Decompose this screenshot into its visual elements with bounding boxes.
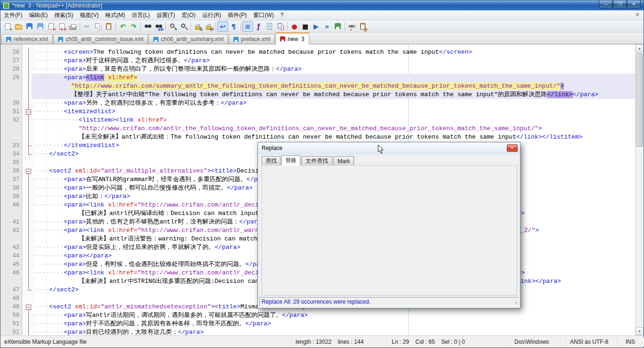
- show-all-chars-button[interactable]: ¶: [228, 21, 239, 32]
- fold-marker[interactable]: [25, 303, 33, 311]
- macro-run-multi-button[interactable]: »: [322, 21, 332, 32]
- new-file-button[interactable]: +: [2, 21, 13, 32]
- editor-row: ········<para>比如：</para>: [34, 192, 130, 201]
- notepad-window: *new 3 - Notepad++ [Administrator] — ❐ ✕…: [0, 0, 644, 348]
- editor-row: ········<para>后来，算是有点明白了，所以专门整理出来其原因和一般的…: [34, 65, 302, 74]
- sync-scroll-h-button[interactable]: ⇄: [203, 21, 214, 32]
- sync-scroll-v-overlay-icon: ⇅: [199, 27, 203, 32]
- tab-label: new 3: [288, 36, 304, 42]
- dialog-tab-Mark[interactable]: Mark: [333, 156, 354, 166]
- scroll-down-icon[interactable]: ▼: [636, 327, 644, 335]
- fold-marker: [25, 65, 33, 74]
- replace-dialog-titlebar[interactable]: Replace: [258, 142, 520, 154]
- menu-item-4[interactable]: 格式(M): [102, 10, 128, 20]
- menu-item-7[interactable]: 宏(O): [178, 10, 198, 20]
- toolbar-separator: [215, 22, 216, 31]
- restore-button[interactable]: ❐: [613, 0, 627, 8]
- toolbar-separator: [345, 22, 345, 31]
- open-file-button[interactable]: [13, 21, 24, 32]
- editor-text-fragment: >: [521, 269, 525, 277]
- editor-row: 【未完全解决】antlr调试出错：The following token def…: [34, 133, 582, 141]
- sync-scroll-v-button[interactable]: ⇅: [192, 21, 203, 32]
- menu-item-0[interactable]: 文件(F): [0, 10, 25, 20]
- line-number: 28: [0, 65, 19, 74]
- save-button[interactable]: [24, 21, 35, 32]
- menu-item-2[interactable]: 搜索(S): [51, 10, 76, 20]
- line-number: 45: [0, 260, 19, 269]
- macro-save-button[interactable]: [332, 21, 343, 32]
- close-button[interactable]: ✕: [627, 0, 641, 8]
- fold-marker: [25, 226, 33, 235]
- line-number: 29: [0, 74, 19, 82]
- fold-marker: [25, 74, 33, 82]
- dialog-tab-查找[interactable]: 查找: [262, 156, 281, 166]
- minimize-button[interactable]: —: [599, 0, 612, 8]
- zoom-in-overlay-icon: +: [174, 27, 178, 32]
- menu-item-6[interactable]: 设置(T): [153, 10, 178, 20]
- fold-collapse-icon[interactable]: [26, 109, 31, 115]
- zoom-in-button[interactable]: +: [167, 21, 178, 32]
- fold-marker: [25, 175, 33, 184]
- function-list-button[interactable]: ƒ: [253, 21, 264, 32]
- doc-map-button[interactable]: [264, 21, 275, 32]
- menu-item-8[interactable]: 运行(R): [199, 10, 225, 20]
- tab-ch06_antlr_summary.xml[interactable]: ch06_antlr_summary.xml: [149, 34, 228, 44]
- find-icon: [145, 25, 148, 28]
- menu-item-9[interactable]: 插件(P): [224, 10, 250, 20]
- doc-switcher-button[interactable]: [275, 21, 286, 32]
- macro-record-button[interactable]: ●: [289, 21, 300, 32]
- line-number: 37: [0, 175, 19, 184]
- zoom-in-icon: [170, 24, 174, 28]
- redo-button[interactable]: ↷: [128, 21, 139, 32]
- fold-collapse-icon[interactable]: [26, 169, 31, 174]
- plugin-doc-button[interactable]: @: [357, 21, 368, 32]
- cut-button[interactable]: ✂: [82, 21, 92, 32]
- dialog-tab-文件查找[interactable]: 文件查找: [301, 156, 332, 166]
- menu-item-11[interactable]: ?: [277, 11, 287, 19]
- line-number: 49: [0, 303, 19, 311]
- close-all-button[interactable]: ××: [57, 21, 67, 32]
- vertical-scrollbar[interactable]: ▲ ▼: [635, 44, 643, 335]
- menu-item-1[interactable]: 编辑(E): [25, 10, 51, 20]
- dialog-resize-grip[interactable]: ⠿: [515, 301, 518, 306]
- fold-marker: [25, 91, 33, 99]
- scrollbar-thumb[interactable]: [636, 53, 643, 147]
- replace-button[interactable]: ab: [153, 21, 164, 32]
- fold-marker: [25, 48, 33, 57]
- tab-preface.xml[interactable]: preface.xml: [229, 34, 275, 44]
- zoom-out-button[interactable]: -: [178, 21, 189, 32]
- fold-marker[interactable]: [25, 108, 33, 116]
- fold-collapse-icon[interactable]: [26, 305, 31, 310]
- spell-check-button[interactable]: ABC: [347, 21, 357, 32]
- close-document-icon[interactable]: ✕: [635, 11, 640, 18]
- dialog-tab-替换[interactable]: 替换: [281, 155, 300, 166]
- tab-reference.xml[interactable]: reference.xml: [1, 34, 53, 44]
- menu-item-5[interactable]: 语言(L): [128, 10, 153, 20]
- paste-button[interactable]: [103, 21, 114, 32]
- find-button[interactable]: [142, 21, 153, 32]
- menu-item-3[interactable]: 视图(V): [76, 10, 102, 20]
- editor-text-fragment: ink></para>: [520, 277, 561, 286]
- tab-new-3[interactable]: new 3: [275, 33, 309, 44]
- copy-button[interactable]: [92, 21, 103, 32]
- fold-marker[interactable]: [25, 167, 33, 175]
- editor-row: "http://www.crifan.com/antlr_the_followi…: [34, 124, 542, 133]
- macro-play-button[interactable]: ▶: [311, 21, 322, 32]
- indent-guide-button[interactable]: ≡: [242, 21, 253, 32]
- function-list-icon: ƒ: [257, 23, 260, 30]
- scroll-up-icon[interactable]: ▲: [636, 44, 644, 52]
- menu-item-10[interactable]: 窗口(W): [250, 10, 277, 20]
- editor-row: ········<para>在写ANTLR的grammar时，经常会遇到，多重匹…: [34, 175, 272, 184]
- title-bar[interactable]: *new 3 - Notepad++ [Administrator] — ❐ ✕: [0, 0, 644, 10]
- macro-stop-button[interactable]: ■: [300, 21, 311, 32]
- editor-row: ········<para>一般的小问题，都可以自己慢慢修改代码，而搞定。</p…: [34, 184, 253, 192]
- line-number: 41: [0, 218, 19, 226]
- tab-ch05_antlr_common_issue.xml[interactable]: ch05_antlr_common_issue.xml: [53, 34, 148, 44]
- undo-button[interactable]: ↶: [117, 21, 128, 32]
- save-all-button[interactable]: [35, 21, 46, 32]
- replace-dialog-close-button[interactable]: ✕: [507, 144, 518, 152]
- close-button[interactable]: ×: [46, 21, 57, 32]
- print-button[interactable]: [67, 21, 78, 32]
- word-wrap-button[interactable]: ↩: [217, 21, 228, 32]
- fold-marker: [25, 184, 33, 192]
